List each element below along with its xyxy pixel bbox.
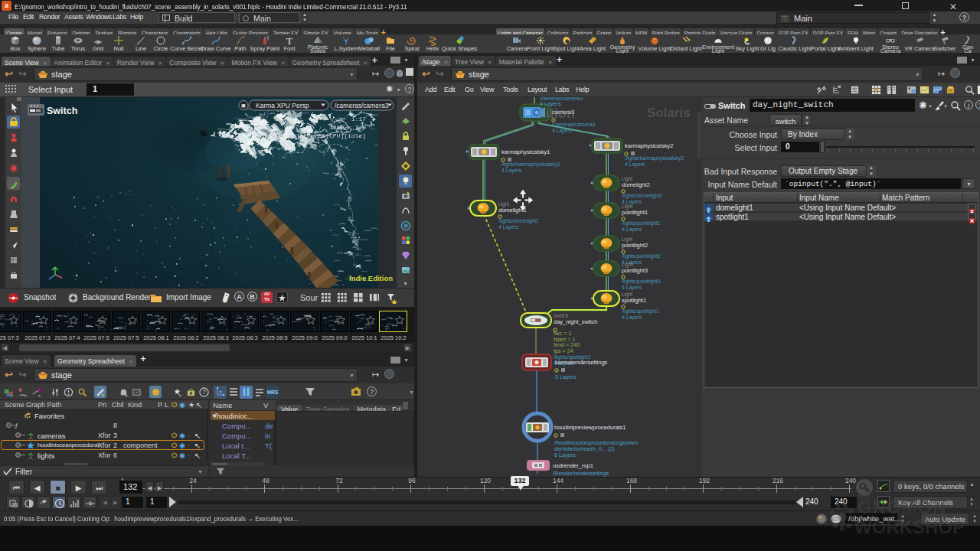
- svg-text:pointlight3: pointlight3: [622, 267, 648, 274]
- svg-text:MRS: MRS: [267, 390, 278, 395]
- svg-text:day_night_switch: day_night_switch: [554, 318, 598, 325]
- svg-text:houdinipreviewprocedurals1: houdinipreviewprocedurals1: [554, 424, 626, 431]
- svg-text:/cameras/camera3: /cameras/camera3: [552, 122, 596, 127]
- svg-text:usdrender_rop1: usdrender_rop1: [553, 462, 593, 469]
- svg-text:6 Layers: 6 Layers: [554, 452, 576, 458]
- svg-text:4 Layers: 4 Layers: [622, 227, 642, 233]
- svg-text:1:17: 1:17: [351, 116, 366, 122]
- svg-text:4 Layers: 4 Layers: [622, 285, 642, 291]
- svg-text:Optix[idle] Embree[CPU][idle]: Optix[idle] Embree[CPU][idle]: [260, 132, 366, 139]
- svg-text:Karma XPU Persp: Karma XPU Persp: [256, 102, 309, 109]
- svg-text:Indie Edition: Indie Edition: [349, 274, 393, 282]
- svg-text:/cameras/camera3: /cameras/camera3: [335, 102, 389, 109]
- svg-text:karmaphysicalsky2: karmaphysicalsky2: [625, 142, 673, 149]
- svg-text:4 Layers: 4 Layers: [498, 224, 519, 230]
- svg-text:karmaphysicalsky1: karmaphysicalsky1: [501, 148, 550, 155]
- svg-text:4 Layers: 4 Layers: [552, 128, 573, 134]
- svg-text:karmarendersettings: karmarendersettings: [555, 359, 608, 366]
- svg-text:domelight2: domelight2: [622, 181, 650, 188]
- svg-text:Switch: Switch: [47, 106, 77, 116]
- svg-text:?: ?: [202, 388, 206, 396]
- svg-text:pointlight1: pointlight1: [622, 209, 648, 216]
- svg-text:4 Layers: 4 Layers: [625, 161, 645, 168]
- svg-text:domelight1: domelight1: [498, 207, 527, 214]
- svg-text:/Render/rendersettings: /Render/rendersettings: [553, 470, 609, 477]
- svg-text:dition: dition: [537, 106, 575, 121]
- svg-text:5 Layers: 5 Layers: [555, 373, 577, 380]
- svg-text:T: T: [286, 35, 292, 46]
- svg-text:4 Layers: 4 Layers: [622, 315, 642, 321]
- svg-text:Switch: Switch: [554, 313, 569, 318]
- svg-text:4 Layers: 4 Layers: [501, 168, 522, 174]
- svg-text:980 x 551: 980 x 551: [329, 124, 366, 131]
- svg-text:THE: THE: [858, 494, 871, 501]
- svg-text:fps = 24: fps = 24: [554, 347, 573, 354]
- svg-text:WORKSHOP: WORKSHOP: [854, 517, 965, 537]
- svg-text:Solaris: Solaris: [647, 106, 691, 120]
- svg-text:pointlight2: pointlight2: [622, 242, 648, 249]
- svg-text:spotlight1: spotlight1: [622, 297, 646, 304]
